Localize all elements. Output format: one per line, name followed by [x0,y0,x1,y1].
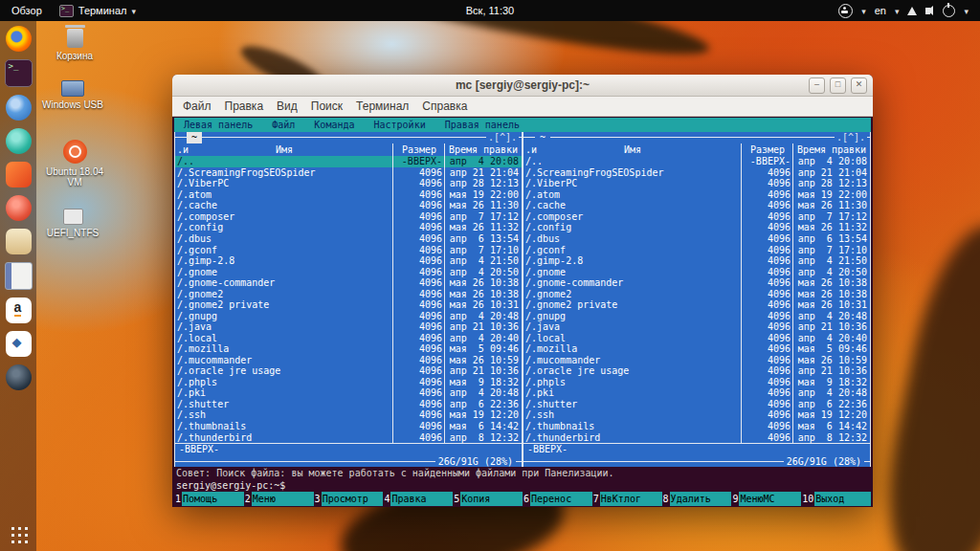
column-header-name[interactable]: .иИмя [523,143,742,156]
software-center-icon[interactable] [6,162,32,187]
file-row[interactable]: /..-ВВЕРХ-апр 4 20:08 [175,156,522,167]
messenger-icon[interactable] [6,128,32,154]
file-row[interactable]: /.gnome24096мая 26 10:38 [175,288,522,299]
file-row[interactable]: /.gimp-2.84096апр 4 21:50 [523,255,870,267]
terminal-launcher-icon[interactable] [5,59,33,87]
file-row[interactable]: /.gnome24096мая 26 10:38 [523,288,870,299]
file-row[interactable]: /.ScreamingFrogSEOSpider4096апр 21 21:04 [175,167,522,179]
media-app-icon[interactable] [6,195,32,221]
fkey-2[interactable]: 2Меню [244,492,314,506]
file-row[interactable]: /.composer4096апр 7 17:12 [523,211,870,223]
file-row[interactable]: /.gnupg4096апр 4 20:48 [175,310,522,321]
firefox-icon[interactable] [6,26,32,52]
file-row[interactable]: /.mucommander4096мая 26 10:59 [523,355,870,366]
file-row[interactable]: /.mozilla4096мая 5 09:46 [523,343,870,355]
file-row[interactable]: /.gnome2_private4096мая 26 10:31 [523,299,870,311]
file-row[interactable]: /.gnome4096апр 4 20:50 [523,266,870,277]
file-row[interactable]: /.java4096апр 21 10:36 [175,321,522,333]
close-button[interactable] [851,77,867,94]
file-row[interactable]: /.gnome-commander4096мая 26 10:38 [523,277,870,289]
file-row[interactable]: /.thumbnails4096мая 6 14:42 [523,421,870,432]
file-row[interactable]: /.gconf4096апр 7 17:10 [175,244,522,255]
app-menu-item-3[interactable]: Поиск [304,99,349,113]
file-row[interactable]: /.atom4096мая 19 22:00 [175,189,522,201]
virtualbox-icon[interactable] [6,331,32,357]
file-row[interactable]: /.phpls4096мая 9 18:32 [523,377,870,388]
fkey-1[interactable]: 1Помощь [174,492,244,506]
fkey-4[interactable]: 4Правка [383,492,453,506]
browser-icon[interactable] [6,95,32,121]
accessibility-icon[interactable] [838,4,853,18]
volume-icon[interactable] [925,8,930,14]
notes-app-icon[interactable] [5,262,33,290]
column-header-size[interactable]: Размер [742,143,793,156]
shell-prompt[interactable]: sergiy@sergiy-pc:~$ [174,479,871,492]
mc-menu-item-1[interactable]: Файл [262,118,304,132]
app-menu-item-0[interactable]: Файл [176,99,218,113]
maximize-button[interactable] [830,77,846,94]
fkey-9[interactable]: 9МенюМС [731,492,801,506]
file-row[interactable]: /.cache4096мая 26 11:30 [175,200,522,211]
app-menu-item-1[interactable]: Правка [218,99,271,113]
column-header-name[interactable]: .иИмя [175,143,393,156]
network-icon[interactable] [907,7,917,15]
file-row[interactable]: /.shutter4096апр 6 22:36 [175,399,522,410]
file-row[interactable]: /.oracle_jre_usage4096апр 21 10:36 [523,365,870,377]
file-row[interactable]: /.composer4096апр 7 17:12 [175,211,522,223]
file-row[interactable]: /.mucommander4096мая 26 10:59 [175,355,522,366]
file-row[interactable]: /.ViberPC4096апр 28 12:13 [523,178,870,189]
fkey-6[interactable]: 6Перенос [523,492,592,506]
desktop-icon-ubuntu-vm[interactable]: Ubuntu 18.04 VM [44,140,105,187]
desktop-icon-windows-usb[interactable]: Windows USB [42,80,103,110]
file-row[interactable]: /.cache4096мая 26 11:30 [523,200,870,211]
file-row[interactable]: /.ssh4096мая 19 12:20 [523,409,870,421]
fkey-7[interactable]: 7НвКтлог [592,492,662,506]
clock[interactable]: Вск, 11:30 [466,5,514,16]
file-row[interactable]: /..-ВВЕРХ-апр 4 20:08 [523,156,870,167]
file-row[interactable]: /.atom4096мая 19 22:00 [523,189,870,201]
right-panel-path[interactable]: ~ [535,132,550,143]
panel-corner-buttons[interactable]: .[^]. [835,132,867,143]
file-row[interactable]: /.shutter4096апр 6 22:36 [523,399,870,410]
mc-menu-item-4[interactable]: Правая панель [435,118,529,132]
file-row[interactable]: /.local4096апр 4 20:40 [523,333,870,344]
keyboard-layout-indicator[interactable]: en [875,5,886,16]
fkey-3[interactable]: 3Просмотр [314,492,384,506]
steam-icon[interactable] [6,364,32,390]
mc-menu-item-0[interactable]: Левая панель [174,118,262,132]
fkey-5[interactable]: 5Копия [453,492,523,506]
file-row[interactable]: /.dbus4096апр 6 13:54 [175,233,522,245]
file-row[interactable]: /.ScreamingFrogSEOSpider4096апр 21 21:04 [523,167,870,179]
app-menu-item-4[interactable]: Терминал [349,99,415,113]
file-row[interactable]: /.gnupg4096апр 4 20:48 [523,310,870,321]
activities-button[interactable]: Обзор [10,5,44,16]
power-icon[interactable] [943,5,955,17]
fkey-10[interactable]: 10Выход [801,492,871,506]
file-row[interactable]: /.gimp-2.84096апр 4 21:50 [175,255,522,267]
app-menu-button[interactable]: Терминал [59,5,136,17]
file-row[interactable]: /.thunderbird4096апр 8 12:32 [175,431,522,443]
left-panel-path[interactable]: ~ [187,132,202,143]
fkey-8[interactable]: 8Удалить [662,492,732,506]
file-row[interactable]: /.ViberPC4096апр 28 12:13 [175,178,522,189]
file-row[interactable]: /.pki4096апр 4 20:48 [523,387,870,399]
file-row[interactable]: /.dbus4096апр 6 13:54 [523,233,870,245]
file-row[interactable]: /.config4096мая 26 11:32 [523,222,870,233]
app-menu-item-2[interactable]: Вид [270,99,304,113]
files-icon[interactable] [6,229,32,254]
file-row[interactable]: /.java4096апр 21 10:36 [523,321,870,333]
file-row[interactable]: /.ssh4096мая 19 12:20 [175,409,522,421]
file-row[interactable]: /.thunderbird4096апр 8 12:32 [523,431,870,443]
amazon-icon[interactable] [6,298,32,323]
file-row[interactable]: /.config4096мая 26 11:32 [175,222,522,233]
file-row[interactable]: /.local4096апр 4 20:40 [175,333,522,344]
file-row[interactable]: /.gnome4096апр 4 20:50 [175,266,522,277]
file-row[interactable]: /.phpls4096мая 9 18:32 [175,377,522,388]
mc-menu-item-3[interactable]: Настройки [365,118,435,132]
desktop-icon-uefi-ntfs[interactable]: UEFI_NTFS [42,209,103,238]
mc-menu-item-2[interactable]: Команда [304,118,364,132]
column-header-time[interactable]: Время правки [793,143,870,156]
file-row[interactable]: /.gnome2_private4096мая 26 10:31 [175,299,522,311]
show-applications-icon[interactable] [9,524,28,543]
column-header-time[interactable]: Время правки [445,143,522,156]
